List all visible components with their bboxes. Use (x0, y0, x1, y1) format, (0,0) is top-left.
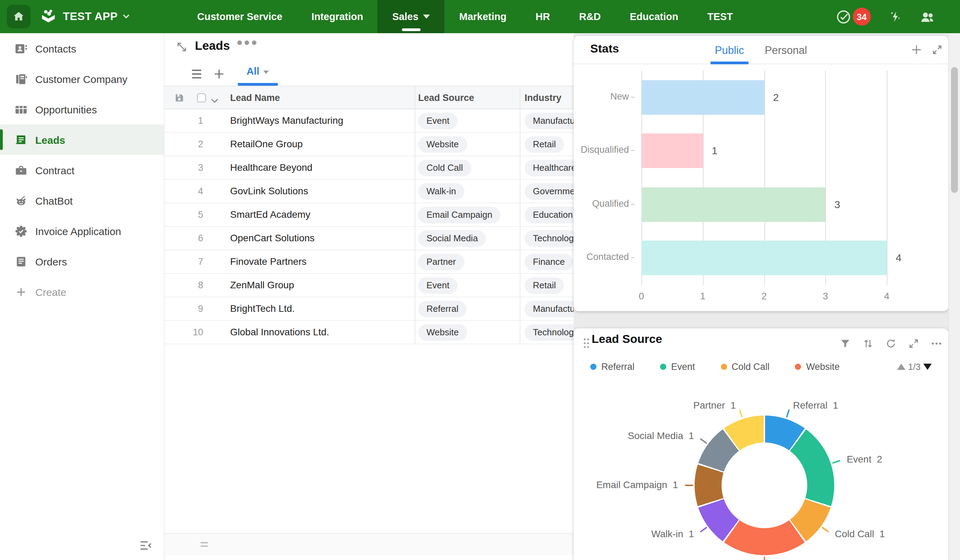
plus-icon (14, 285, 28, 298)
notification-badge: 34 (853, 8, 871, 26)
sidebar-item-orders[interactable]: Orders (0, 246, 164, 277)
donut-label-walk-in: Walk-in 1 (651, 528, 694, 539)
topbar-tab-test[interactable]: TEST (693, 0, 747, 33)
table-row[interactable]: 7Finovate PartnersPartnerFinance (165, 250, 574, 274)
select-menu-chevron[interactable] (211, 95, 218, 106)
topbar-tabs: Customer ServiceIntegrationSalesMarketin… (183, 0, 747, 33)
row-number: 10 (165, 327, 203, 338)
industry-pill: Manufacturing (525, 301, 574, 317)
diagonal-resize-icon (176, 41, 188, 53)
sidebar-item-contacts[interactable]: Contacts (0, 33, 164, 64)
bar-contacted: 4 (642, 241, 887, 275)
collapse-sidebar-button[interactable] (138, 538, 154, 553)
tab-label: HR (536, 11, 550, 22)
app-brand[interactable]: TEST APP (39, 8, 130, 26)
active-tab-indicator (402, 28, 421, 31)
tab-label: TEST (707, 11, 733, 22)
column-divider (415, 86, 415, 344)
topbar-tab-customer-service[interactable]: Customer Service (183, 0, 297, 33)
column-header-industry[interactable]: Industry (525, 93, 562, 103)
sidebar-item-leads[interactable]: Leads (0, 125, 164, 155)
stats-tab-public[interactable]: Public (715, 36, 744, 64)
expand-stats-button[interactable] (931, 43, 943, 59)
row-number: 5 (165, 210, 203, 220)
table-row[interactable]: 8ZenMall GroupEventRetail (165, 274, 574, 297)
lead-source-pill: Website (418, 136, 467, 153)
industry-pill: Retail (525, 136, 564, 153)
topbar-tab-r-d[interactable]: R&D (565, 0, 616, 33)
table-row[interactable]: 10Global Innovations Ltd.WebsiteTechnolo… (165, 321, 574, 344)
table-row[interactable]: 3Healthcare BeyondCold CallHealthcare (165, 156, 574, 180)
table-row[interactable]: 2RetailOne GroupWebsiteRetail (165, 133, 574, 156)
table-row[interactable]: 1BrightWays ManufacturingEventManufactur… (165, 109, 574, 133)
table-row[interactable]: 9BrightTech Ltd.ReferralManufacturing (165, 297, 574, 321)
lead-source-cell: Website (418, 136, 467, 153)
home-button[interactable] (7, 5, 30, 28)
users-icon (919, 9, 935, 24)
add-widget-button[interactable] (910, 43, 923, 59)
sidebar-create-button[interactable]: Create (0, 277, 164, 307)
table-row[interactable]: 5SmartEd AcademyEmail CampaignEducation (165, 203, 574, 227)
lead-source-cell: Email Campaign (418, 207, 501, 223)
lead-name-cell: RetailOne Group (230, 138, 303, 149)
column-header-lead-name[interactable]: Lead Name (230, 93, 280, 103)
scrollbar-thumb[interactable] (951, 67, 958, 193)
row-number: 4 (165, 186, 203, 196)
automation-button[interactable] (888, 9, 902, 24)
check-circle-icon (835, 9, 851, 24)
table-row[interactable]: 6OpenCart SolutionsSocial MediaTechnolog… (165, 227, 574, 250)
lead-source-cell: Website (418, 324, 467, 341)
lead-source-pill: Event (418, 277, 458, 294)
caret-down-icon (423, 14, 430, 19)
industry-pill: Technology (525, 230, 574, 247)
leads-panel: Leads ●●● All Lead Name Lead Source Indu… (165, 33, 574, 560)
sidebar-item-opportunities[interactable]: Opportunities (0, 94, 164, 125)
robot-icon (14, 194, 28, 207)
more-menu-button[interactable]: ●●● (236, 36, 258, 48)
sidebar-item-invoice-application[interactable]: Invoice Application (0, 216, 164, 246)
drag-handle-icon[interactable] (200, 542, 208, 549)
users-button[interactable] (919, 9, 935, 24)
donut-label-email-campaign: Email Campaign 1 (596, 479, 678, 490)
lead-source-pill: Partner (418, 254, 464, 270)
lead-source-cell: Partner (418, 254, 464, 270)
home-icon (12, 10, 26, 24)
stats-tabs: PublicPersonal (574, 36, 948, 64)
bar-value-label: 1 (712, 145, 718, 157)
topbar: TEST APP Customer ServiceIntegrationSale… (0, 0, 960, 33)
topbar-tab-education[interactable]: Education (616, 0, 693, 33)
chevron-down-icon[interactable] (123, 14, 130, 19)
check-circle-button[interactable]: 34 (835, 8, 871, 26)
sidebar-item-label: Contacts (35, 43, 76, 54)
topbar-tab-integration[interactable]: Integration (297, 0, 378, 33)
bar-disqualified: 1 (642, 134, 703, 168)
save-view-button[interactable] (174, 93, 184, 105)
sparkle-icon (888, 9, 902, 24)
add-record-button[interactable] (213, 68, 225, 83)
lead-name-cell: SmartEd Academy (230, 209, 310, 220)
lead-name-cell: ZenMall Group (230, 279, 294, 290)
lead-name-cell: Healthcare Beyond (230, 162, 312, 173)
table-row[interactable]: 4GovLink SolutionsWalk-inGovernment (165, 180, 574, 203)
stats-tab-personal[interactable]: Personal (765, 36, 807, 64)
bar-value-label: 4 (896, 252, 902, 264)
row-number: 1 (165, 115, 203, 126)
view-tab-all[interactable]: All (238, 66, 278, 84)
industry-pill: Finance (525, 254, 573, 270)
topbar-tab-sales[interactable]: Sales (378, 0, 445, 33)
select-all-checkbox[interactable] (197, 93, 206, 102)
company-icon (14, 72, 28, 85)
resize-panel-button[interactable] (176, 41, 188, 56)
topbar-tab-marketing[interactable]: Marketing (445, 0, 521, 33)
sidebar-item-customer-company[interactable]: Customer Company (0, 64, 164, 94)
sidebar-item-chatbot[interactable]: ChatBot (0, 185, 164, 216)
lead-source-card: Lead Source ReferralEventCold CallWebsit… (574, 328, 948, 560)
table-body: 1BrightWays ManufacturingEventManufactur… (165, 109, 574, 344)
topbar-tab-hr[interactable]: HR (521, 0, 565, 33)
row-number: 9 (165, 304, 203, 314)
column-header-lead-source[interactable]: Lead Source (418, 93, 474, 103)
category-label: Qualified (574, 198, 634, 209)
sidebar-item-contract[interactable]: Contract (0, 155, 164, 185)
list-view-button[interactable] (191, 69, 203, 82)
chevron-down-icon (211, 98, 218, 104)
